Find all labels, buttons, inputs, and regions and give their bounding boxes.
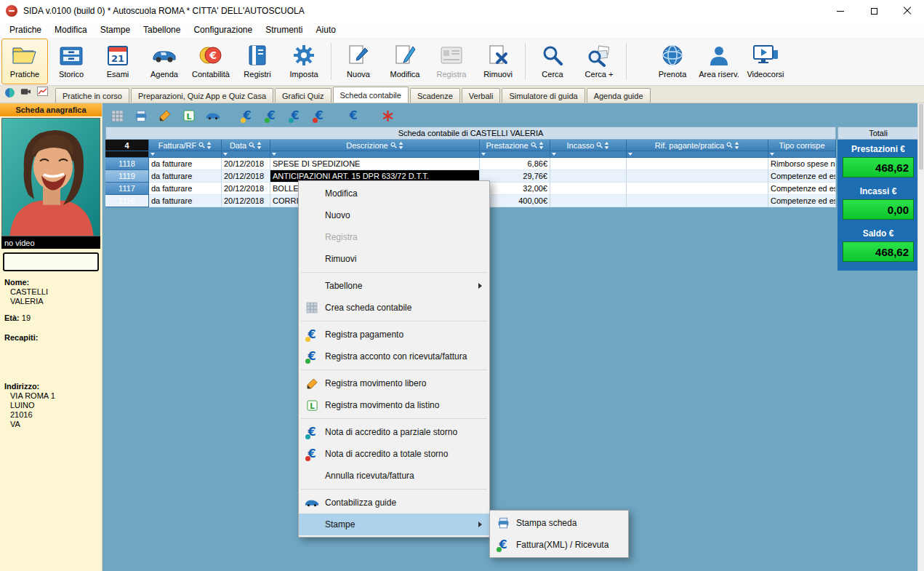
- tab-agenda-guide[interactable]: Agenda guide: [587, 88, 651, 103]
- descrizione-cell[interactable]: SPESE DI SPEDIZIONE: [270, 158, 480, 170]
- vertical-scrollbar[interactable]: [917, 103, 924, 571]
- tab-grafici-quiz[interactable]: Grafici Quiz: [275, 88, 331, 103]
- chart-icon[interactable]: [37, 86, 48, 99]
- maximize-button[interactable]: [857, 0, 891, 22]
- context-menu-item-crea-scheda[interactable]: Crea scheda contabile: [299, 297, 489, 319]
- context-menu-item-stampe[interactable]: Stampe: [299, 514, 489, 535]
- row-id-cell[interactable]: 1118: [105, 158, 149, 170]
- tipo-cell[interactable]: Competenze ed esp: [768, 183, 836, 195]
- row-id-cell[interactable]: 1117: [105, 183, 149, 195]
- toolbar-button-registra[interactable]: Registra: [428, 39, 475, 84]
- tab-preparazioni-quiz[interactable]: Preparazioni, Quiz App e Quiz Casa: [131, 88, 273, 103]
- tipo-cell[interactable]: Rimborso spese non: [768, 158, 836, 170]
- incasso-cell[interactable]: [550, 183, 627, 195]
- row-count-header[interactable]: 4: [105, 140, 149, 151]
- euro-total-credit-icon[interactable]: €: [310, 108, 328, 124]
- rif-pagante-cell[interactable]: [627, 158, 768, 170]
- incasso-cell[interactable]: [550, 195, 627, 207]
- column-header-data[interactable]: Data: [222, 140, 270, 151]
- column-header-descrizione[interactable]: Descrizione: [270, 140, 480, 151]
- column-header-tipo-corrispettivo[interactable]: Tipo corrispe: [768, 140, 836, 151]
- context-menu-item-movimento-listino[interactable]: LRegistra movimento da listino: [299, 394, 489, 416]
- filter-sort-icons[interactable]: [596, 142, 609, 149]
- context-menu-item-registra-pagamento[interactable]: €Registra pagamento: [299, 324, 489, 346]
- toolbar-button-pratiche[interactable]: Pratiche: [1, 39, 48, 84]
- tipo-cell[interactable]: Competenze ed esp: [768, 170, 836, 183]
- camera-icon[interactable]: [20, 86, 31, 99]
- prestazione-cell[interactable]: 400,00€: [480, 195, 550, 207]
- rif-pagante-cell[interactable]: [627, 195, 768, 207]
- filter-dropdown[interactable]: [480, 151, 550, 158]
- menu-aiuto[interactable]: Aiuto: [310, 22, 342, 38]
- scrollbar-thumb[interactable]: [919, 104, 923, 169]
- context-menu-item-modifica[interactable]: Modifica: [299, 183, 489, 204]
- fattura-cell[interactable]: da fatturare: [149, 195, 222, 207]
- fattura-cell[interactable]: da fatturare: [149, 170, 222, 183]
- toolbar-button-cerca[interactable]: Cerca: [529, 39, 576, 84]
- toolbar-button-area-riservata[interactable]: Area riserv.: [696, 39, 742, 84]
- context-menu-item-movimento-libero[interactable]: Registra movimento libero: [299, 372, 489, 394]
- prestazione-cell[interactable]: 6,86€: [480, 158, 550, 170]
- tipo-cell[interactable]: Competenze ed esp: [768, 195, 836, 207]
- context-menu-item-nota-totale[interactable]: €Nota di accredito a totale storno: [299, 443, 489, 465]
- price-list-icon[interactable]: L: [180, 108, 198, 124]
- fattura-cell[interactable]: da fatturare: [149, 183, 222, 195]
- minimize-button[interactable]: [824, 0, 857, 22]
- column-header-fattura[interactable]: Fattura/RF: [149, 140, 222, 151]
- toolbar-button-prenota[interactable]: Prenota: [649, 39, 696, 84]
- context-menu-item-rimuovi[interactable]: Rimuovi: [299, 248, 489, 270]
- print-icon[interactable]: [132, 108, 150, 124]
- filter-dropdown[interactable]: [270, 151, 480, 158]
- pencil-icon[interactable]: [156, 108, 174, 124]
- filter-dropdown[interactable]: [550, 151, 627, 158]
- submenu-item-fattura-xml[interactable]: €Fattura(XML) / Ricevuta: [490, 534, 628, 556]
- context-menu-item-registra[interactable]: Registra: [299, 226, 489, 248]
- data-cell[interactable]: 20/12/2018: [222, 183, 270, 195]
- toolbar-button-nuova[interactable]: Nuova: [335, 39, 382, 84]
- toolbar-button-registri[interactable]: Registri: [234, 39, 281, 84]
- data-cell[interactable]: 20/12/2018: [222, 195, 270, 207]
- toolbar-button-esami[interactable]: 21 Esami: [95, 39, 141, 84]
- tab-scadenze[interactable]: Scadenze: [410, 88, 460, 103]
- column-header-incasso[interactable]: Incasso: [550, 140, 627, 151]
- data-cell[interactable]: 20/12/2018: [222, 158, 270, 170]
- tab-simulatore-di-guida[interactable]: Simulatore di guida: [502, 88, 584, 103]
- menu-stampe[interactable]: Stampe: [94, 22, 137, 38]
- data-cell[interactable]: 20/12/2018: [222, 170, 270, 183]
- context-menu-item-nuovo[interactable]: Nuovo: [299, 204, 489, 226]
- submenu-item-stampa-scheda[interactable]: Stampa scheda: [490, 512, 628, 534]
- menu-strumenti[interactable]: Strumenti: [259, 22, 309, 38]
- filter-dropdown[interactable]: [768, 151, 836, 158]
- context-menu-item-tabellone[interactable]: Tabellone: [299, 275, 489, 297]
- filter-dropdown[interactable]: [149, 151, 222, 158]
- toolbar-button-contabilita[interactable]: € Contabilità: [188, 39, 234, 84]
- row-id-cell[interactable]: 1119: [105, 170, 149, 183]
- toolbar-button-rimuovi[interactable]: Rimuovi: [475, 39, 521, 84]
- filter-sort-icons[interactable]: [249, 142, 262, 149]
- context-menu-item-nota-parziale[interactable]: €Nota di accredito a parziale storno: [299, 421, 489, 443]
- incasso-cell[interactable]: [550, 170, 627, 183]
- tab-pratiche-in-corso[interactable]: Pratiche in corso: [55, 88, 129, 103]
- menu-tabellone[interactable]: Tabellone: [137, 22, 187, 38]
- tab-verbali[interactable]: Verbali: [462, 88, 501, 103]
- euro-partial-credit-icon[interactable]: €: [286, 108, 304, 124]
- column-header-prestazione[interactable]: Prestazione: [480, 140, 550, 151]
- table-grid-icon[interactable]: [108, 108, 126, 124]
- rif-pagante-cell[interactable]: [627, 170, 768, 183]
- context-menu-item-contabilizza-guide[interactable]: Contabilizza guide: [299, 492, 489, 514]
- row-id-cell[interactable]: 1116: [105, 195, 149, 207]
- euro-deposit-icon[interactable]: €: [262, 108, 280, 124]
- filter-dropdown[interactable]: [222, 151, 270, 158]
- context-menu-item-registra-acconto[interactable]: €Registra acconto con ricevuta/fattura: [299, 346, 489, 367]
- tab-scheda-contabile[interactable]: Scheda contabile: [333, 87, 409, 103]
- euro-icon[interactable]: €: [345, 108, 362, 124]
- toolbar-button-videocorsi[interactable]: Videocorsi: [742, 39, 789, 84]
- filter-sort-icons[interactable]: [531, 142, 544, 149]
- toolbar-button-imposta[interactable]: Imposta: [281, 39, 327, 84]
- close-button[interactable]: [891, 0, 924, 22]
- filter-sort-icons[interactable]: [390, 142, 403, 149]
- filter-dropdown[interactable]: [627, 151, 768, 158]
- rif-pagante-cell[interactable]: [627, 183, 768, 195]
- asterisk-icon[interactable]: [379, 108, 396, 124]
- menu-configurazione[interactable]: Configurazione: [187, 22, 259, 38]
